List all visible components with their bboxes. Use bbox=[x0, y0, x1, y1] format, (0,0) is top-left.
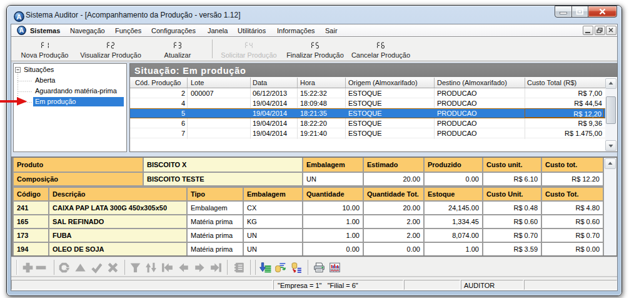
svg-text:A: A bbox=[19, 27, 24, 34]
svg-text:A: A bbox=[16, 13, 21, 21]
